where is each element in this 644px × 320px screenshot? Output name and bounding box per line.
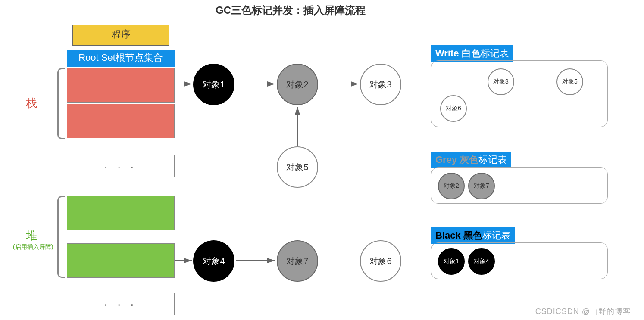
black-color: 黑色 (463, 230, 482, 241)
heap-row-1 (67, 196, 175, 230)
white-item-obj5: 对象5 (556, 68, 583, 95)
node-obj1: 对象1 (193, 64, 234, 105)
heap-row-2 (67, 243, 175, 278)
stack-label: 栈 (26, 96, 37, 111)
grey-panel: 对象2 对象7 (431, 167, 608, 204)
heap-ellipsis: . . . (67, 293, 175, 315)
grey-prefix: Grey (435, 154, 457, 165)
stack-row-2 (67, 104, 175, 138)
white-color: 白色 (462, 48, 481, 59)
node-obj2: 对象2 (277, 64, 318, 105)
stack-row-1 (67, 68, 175, 103)
grey-panel-header: Grey 灰色标记表 (431, 152, 511, 168)
black-prefix: Black (435, 230, 461, 241)
rootset-block: Root Set根节点集合 (67, 50, 175, 67)
white-panel-header: Write 白色标记表 (431, 45, 513, 62)
grey-item-obj2: 对象2 (438, 173, 465, 199)
black-suffix: 标记表 (482, 230, 511, 241)
node-obj5: 对象5 (277, 146, 318, 188)
black-item-obj4: 对象4 (468, 248, 495, 275)
stack-ellipsis: . . . (67, 155, 175, 177)
black-item-obj1: 对象1 (438, 248, 465, 275)
white-panel: 对象3 对象5 对象6 (431, 60, 608, 127)
node-obj6: 对象6 (360, 240, 401, 282)
grey-suffix: 标记表 (478, 154, 507, 165)
heap-brace (57, 196, 65, 278)
white-prefix: Write (435, 48, 459, 59)
node-obj7: 对象7 (277, 240, 318, 282)
diagram-title: GC三色标记并发：插入屏障流程 (216, 3, 366, 17)
grey-color: 灰色 (460, 154, 478, 165)
grey-item-obj7: 对象7 (468, 173, 495, 199)
white-suffix: 标记表 (481, 48, 509, 59)
white-item-obj6: 对象6 (440, 95, 467, 122)
node-obj3: 对象3 (360, 64, 401, 105)
heap-sublabel: (启用插入屏障) (13, 243, 53, 251)
node-obj4: 对象4 (193, 240, 234, 282)
program-block: 程序 (72, 25, 169, 46)
white-item-obj3: 对象3 (488, 68, 514, 95)
stack-brace (57, 68, 65, 139)
black-panel-header: Black 黑色标记表 (431, 227, 515, 244)
black-panel: 对象1 对象4 (431, 242, 608, 279)
watermark: CSDICSDN @山野的博客 (535, 306, 631, 317)
heap-label: 堆 (26, 228, 37, 243)
